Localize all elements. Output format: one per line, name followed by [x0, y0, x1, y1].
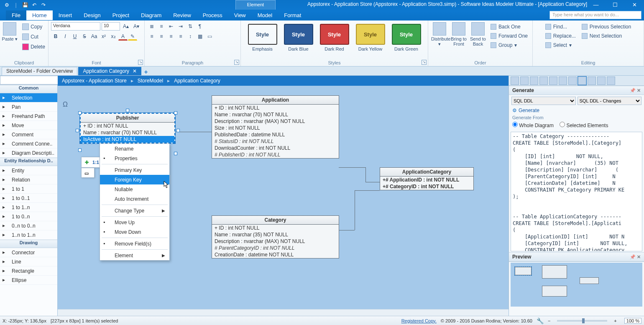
zoom-value[interactable]: 100 %: [624, 318, 641, 324]
find-button[interactable]: Find...: [544, 22, 578, 31]
relation-one-to-one[interactable]: 1:1: [92, 158, 100, 166]
toolbox-cat-erd[interactable]: Entity Relationship D..: [0, 158, 57, 166]
extra-icon[interactable]: ▭: [82, 169, 91, 177]
style-preset[interactable]: StyleDark Blue: [284, 22, 313, 51]
context-menu-item[interactable]: ▪Move Up: [100, 218, 169, 227]
toolbox-item[interactable]: ▸0..n to 0..n: [0, 221, 57, 230]
tab-file[interactable]: File: [6, 10, 26, 20]
context-menu-item[interactable]: Change Type▶: [100, 206, 169, 215]
tab-format[interactable]: Format: [278, 10, 307, 20]
casing-button[interactable]: Aa: [89, 32, 99, 41]
toolbox-cat-common[interactable]: Common: [0, 85, 57, 93]
selection-handle[interactable]: [176, 129, 180, 132]
align-right-button[interactable]: ≡: [166, 32, 176, 41]
tell-me-search[interactable]: Type here what you want to do...: [549, 11, 641, 19]
tab-model[interactable]: Model: [252, 10, 278, 20]
generate-mode-select[interactable]: SQL DDL - Changes: [578, 97, 642, 105]
toolbox-item[interactable]: ▸Rectangle: [0, 266, 57, 276]
group-button[interactable]: Group ▾: [489, 41, 529, 50]
toolbox-item[interactable]: ▸1..n to 1..n: [0, 230, 57, 240]
outdent-button[interactable]: ⇤: [166, 22, 176, 31]
context-menu-item[interactable]: ▪Remove Field(s): [100, 239, 169, 248]
prev-selection-button[interactable]: Previous Selection: [580, 22, 633, 31]
redo-icon[interactable]: ↷: [40, 2, 47, 8]
style-preset[interactable]: StyleDark Green: [392, 22, 421, 51]
context-menu-item[interactable]: Foreign Key: [100, 175, 169, 184]
generate-button[interactable]: ⚙Generate: [509, 107, 644, 114]
context-menu-item[interactable]: ▪Move Down: [100, 227, 169, 237]
toolbox-item[interactable]: ▸Line: [0, 257, 57, 266]
paste-button[interactable]: Paste ▾: [1, 22, 18, 42]
subscript-button[interactable]: x₂: [109, 32, 118, 41]
selection-handle[interactable]: [76, 129, 79, 132]
shrink-font-icon[interactable]: A▾: [132, 22, 141, 31]
close-tab-icon[interactable]: ✕: [133, 68, 137, 74]
toolbox-item[interactable]: ▸1 to 0..n: [0, 212, 57, 221]
cut-button[interactable]: Cut: [20, 32, 47, 41]
borders-button[interactable]: ▦: [195, 32, 204, 41]
italic-button[interactable]: I: [61, 32, 70, 41]
zoom-in-button[interactable]: +: [614, 318, 616, 323]
context-menu-item[interactable]: Auto Increment: [100, 194, 169, 204]
toolbox-item[interactable]: ▸Pan: [0, 102, 57, 112]
replace-button[interactable]: Replace...: [544, 31, 578, 41]
radio-whole-diagram[interactable]: Whole Diagram: [512, 122, 554, 128]
selection-handle[interactable]: [174, 111, 177, 115]
underline-button[interactable]: U: [70, 32, 79, 41]
selection-handle[interactable]: [174, 152, 177, 155]
paragraph-launcher[interactable]: ↘: [234, 60, 239, 65]
zoom-out-button[interactable]: −: [548, 318, 550, 323]
font-launcher[interactable]: ↘: [138, 60, 143, 65]
delete-button[interactable]: Delete: [20, 42, 47, 51]
zoom-slider[interactable]: [557, 320, 607, 322]
generate-lang-select[interactable]: SQL DDL: [511, 97, 576, 105]
toolbox-item[interactable]: ▸Move: [0, 121, 57, 130]
selection-handle[interactable]: [78, 111, 82, 115]
diagram-canvas[interactable]: Ω Publisher + ID : int NOT NULL Name : n…: [58, 86, 509, 309]
toolbox-item[interactable]: ▸Entity: [0, 166, 57, 175]
undo-icon[interactable]: ↶: [31, 2, 38, 8]
entity-publisher[interactable]: Publisher + ID : int NOT NULL Name : nva…: [80, 113, 175, 143]
rtb-icon[interactable]: [597, 77, 606, 85]
maximize-button[interactable]: ☐: [606, 0, 625, 10]
style-preset[interactable]: StyleDark Red: [320, 22, 349, 51]
rtb-icon[interactable]: [511, 77, 519, 85]
align-left-button[interactable]: ≡: [147, 32, 156, 41]
bring-to-front-button[interactable]: Bring to Front: [450, 22, 467, 46]
generate-panel-header[interactable]: Generate📌 ✕: [509, 86, 644, 95]
toolbox-item[interactable]: ▸1 to 0..1: [0, 194, 57, 203]
font-size[interactable]: 10: [102, 22, 120, 31]
doc-tab-overview[interactable]: StoreModel - Folder Overview: [2, 67, 77, 75]
selected-field[interactable]: IsActive : int NOT NULL: [81, 136, 174, 143]
toolbox-item[interactable]: ▸Relation: [0, 175, 57, 184]
copy-button[interactable]: Copy: [20, 22, 47, 31]
toolbox-item[interactable]: ▸1 to 1..n: [0, 203, 57, 212]
breadcrumb-item[interactable]: Application Category: [174, 78, 220, 84]
back-one-button[interactable]: Back One: [489, 22, 529, 31]
send-to-back-button[interactable]: Send to Back: [470, 22, 486, 46]
tab-process[interactable]: Process: [197, 10, 228, 20]
h-scrollbar[interactable]: [58, 309, 509, 316]
settings-icon[interactable]: 🔧: [537, 317, 544, 324]
toolbox-item[interactable]: ▸Connector: [0, 248, 57, 257]
doc-tab-active[interactable]: Application Category✕: [78, 67, 141, 75]
context-menu-item[interactable]: Element▶: [100, 251, 169, 260]
sort-button[interactable]: ⇅: [186, 22, 195, 31]
preview-panel-header[interactable]: Preview📌 ✕: [509, 252, 644, 261]
registration-link[interactable]: Registered Copy.: [401, 318, 437, 323]
radio-selected-elements[interactable]: Selected Elements: [560, 122, 608, 128]
superscript-button[interactable]: x²: [99, 32, 108, 41]
para-marks-button[interactable]: ¶: [195, 22, 204, 31]
select-button[interactable]: Select ▾: [544, 41, 578, 50]
align-center-button[interactable]: ≡: [157, 32, 166, 41]
inline-toolbar-2[interactable]: ▭: [81, 168, 95, 178]
highlight-color-button[interactable]: ✎: [128, 32, 137, 41]
rtb-icon[interactable]: [588, 77, 596, 85]
tab-project[interactable]: Project: [107, 10, 135, 20]
context-menu-item[interactable]: Nullable: [100, 184, 169, 194]
toolbox-item[interactable]: ▸Comment: [0, 130, 57, 139]
inline-toolbar[interactable]: ✚ 1:1: [81, 157, 101, 168]
bold-button[interactable]: B: [51, 32, 60, 41]
shading-button[interactable]: ▭: [205, 32, 214, 41]
forward-one-button[interactable]: Forward One: [489, 31, 529, 41]
